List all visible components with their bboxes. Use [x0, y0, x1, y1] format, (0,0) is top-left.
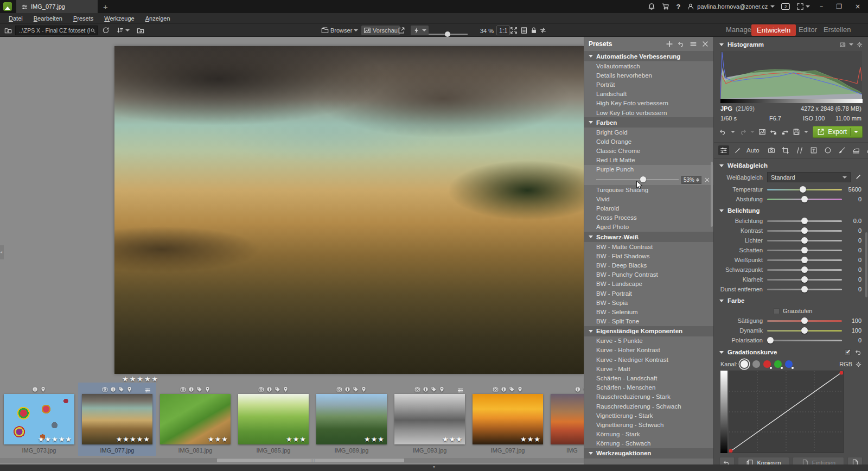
filmstrip-item-selected[interactable]: ★★★★★ IMG_077.jpg — [78, 383, 156, 456]
channel-red[interactable] — [763, 360, 771, 368]
tool-crop[interactable] — [780, 145, 791, 155]
preview-mode-button[interactable]: Vorschau — [361, 26, 400, 35]
thumbnail-img-089[interactable]: ★★★ — [316, 394, 387, 444]
export-button[interactable]: Export — [813, 126, 863, 138]
thumbnail-img-081[interactable]: ★★★ — [160, 394, 231, 444]
preset-item[interactable]: BW - Portrait — [584, 289, 713, 298]
info-icon[interactable] — [188, 386, 194, 392]
undo-icon[interactable] — [719, 128, 727, 136]
preset-item[interactable]: Vivid — [584, 194, 713, 203]
slider-handle[interactable] — [801, 247, 808, 253]
preset-item[interactable]: Kurve - Niedriger Kontrast — [584, 355, 713, 364]
gps-pin-icon[interactable] — [126, 386, 132, 392]
left-panel-collapse-handle[interactable]: ◂ — [0, 245, 4, 259]
slider-handle[interactable] — [801, 218, 808, 224]
preset-section-sw[interactable]: Schwarz-Weiß — [584, 232, 713, 242]
preset-item[interactable]: BW - Flat Shadows — [584, 251, 713, 260]
tone-curve[interactable] — [720, 371, 861, 453]
thumbnail-img-077[interactable]: ★★★★★ — [82, 394, 152, 444]
preset-item[interactable]: Landschaft — [584, 90, 713, 99]
star-rating[interactable]: ★★★ — [364, 435, 385, 443]
preset-item[interactable]: BW - Selenium — [584, 307, 713, 316]
gps-pin-icon[interactable] — [40, 386, 46, 392]
strength-spinner[interactable] — [696, 178, 699, 182]
curve-settings-icon[interactable] — [856, 361, 861, 367]
tag-icon[interactable] — [509, 386, 515, 392]
tag-icon[interactable] — [583, 386, 584, 392]
move-to-folder-button[interactable] — [135, 26, 146, 35]
preset-item[interactable]: Körnung - Stark — [584, 430, 713, 439]
tool-auto-enhance[interactable] — [732, 145, 743, 155]
preset-section-farben[interactable]: Farben — [584, 117, 713, 128]
dunst-slider[interactable] — [767, 289, 842, 290]
lichter-slider[interactable] — [767, 240, 842, 241]
tool-develop-sliders[interactable] — [718, 145, 729, 155]
preset-item-active[interactable]: Purple Punch — [584, 165, 713, 174]
schatten-slider[interactable] — [767, 250, 842, 251]
show-original-icon[interactable] — [758, 128, 766, 136]
tool-text-frame[interactable] — [808, 145, 819, 155]
menu-bearbeiten[interactable]: Bearbeiten — [29, 14, 67, 23]
tool-camera[interactable] — [766, 145, 777, 155]
filmstrip-item[interactable]: ★★★ IMG_085.jpg — [234, 383, 312, 456]
slider-handle[interactable] — [801, 327, 808, 334]
presets-scrollbar[interactable] — [711, 162, 713, 227]
channel-blue[interactable] — [785, 360, 793, 368]
preset-section-auto[interactable]: Automatische Verbesserung — [584, 51, 713, 61]
zoom-slider-handle[interactable] — [445, 31, 450, 37]
preset-item[interactable]: Vignettierung - Schwach — [584, 420, 713, 429]
preset-item[interactable]: Cold Orange — [584, 137, 713, 146]
info-icon[interactable] — [575, 386, 581, 392]
slider-handle[interactable] — [801, 276, 808, 283]
preset-item[interactable]: BW - Sepia — [584, 298, 713, 307]
curve-reset-icon[interactable] — [855, 348, 863, 356]
redo-icon[interactable] — [739, 128, 746, 136]
preset-section-werkzeugaktionen[interactable]: Werkzeugaktionen — [584, 448, 713, 459]
klarheit-slider[interactable] — [767, 279, 842, 281]
second-display-icon[interactable]: 2 — [781, 3, 790, 10]
preset-strength-value-box[interactable]: 53% — [681, 176, 701, 184]
zoom-slider[interactable] — [429, 34, 468, 35]
slider-handle[interactable] — [801, 257, 808, 263]
open-external-button[interactable] — [395, 26, 407, 35]
preset-item[interactable]: Kurve - 5 Punkte — [584, 336, 713, 346]
preset-item[interactable]: Vollautomatisch — [584, 61, 713, 71]
tool-gradient-filter[interactable] — [851, 145, 861, 155]
preset-item[interactable]: Schärfen - Menschen — [584, 383, 713, 392]
info-icon[interactable] — [266, 386, 272, 392]
histogram-mode-caret-icon[interactable] — [849, 43, 853, 46]
thumbnail-img-093[interactable]: ★★★ — [394, 394, 465, 444]
add-preset-icon[interactable] — [666, 40, 673, 48]
filmstrip-item[interactable]: ★★★ IMG_081.jpg — [156, 383, 234, 456]
preset-item[interactable]: High Key Foto verbessern — [584, 99, 713, 108]
save-caret-icon[interactable] — [804, 131, 808, 133]
info-icon[interactable] — [32, 386, 38, 392]
star-rating[interactable]: ★★★★★ — [38, 435, 72, 443]
preset-item[interactable]: Cross Process — [584, 213, 713, 222]
folder-up-button[interactable] — [2, 26, 14, 35]
abstufung-slider[interactable] — [767, 199, 842, 200]
saettigung-slider[interactable] — [767, 320, 842, 322]
collapse-icon[interactable] — [719, 43, 724, 46]
path-input[interactable]: ..\ZPS X - Final CZ fotoset (EXIF, ord — [15, 26, 98, 35]
slider-handle[interactable] — [800, 186, 806, 193]
slider-handle[interactable] — [801, 286, 808, 292]
preset-item[interactable]: Porträt — [584, 80, 713, 89]
preset-item[interactable]: Kurve - Hoher Kontrast — [584, 346, 713, 355]
histogram-settings-icon[interactable] — [857, 42, 863, 48]
filmstrip-scrollbar[interactable]: ||| — [0, 458, 584, 463]
export-caret-icon[interactable] — [854, 131, 858, 133]
slider-handle[interactable] — [801, 196, 808, 202]
tag-icon[interactable] — [196, 386, 202, 392]
slider-handle[interactable] — [801, 317, 808, 324]
preset-item[interactable]: Turqouise Shading — [584, 185, 713, 194]
fullscreen-menu[interactable] — [796, 3, 810, 10]
thumbnail-img-073[interactable]: ★★★★★ — [4, 394, 74, 444]
menu-werkzeuge[interactable]: Werkzeuge — [100, 14, 138, 23]
menu-anzeigen[interactable]: Anzeigen — [141, 14, 175, 23]
close-strength-icon[interactable] — [704, 177, 710, 183]
collapse-icon[interactable] — [719, 164, 724, 167]
tag-icon[interactable] — [431, 386, 437, 392]
camera-exif-icon[interactable] — [258, 386, 264, 392]
polarisation-slider[interactable] — [767, 340, 842, 341]
